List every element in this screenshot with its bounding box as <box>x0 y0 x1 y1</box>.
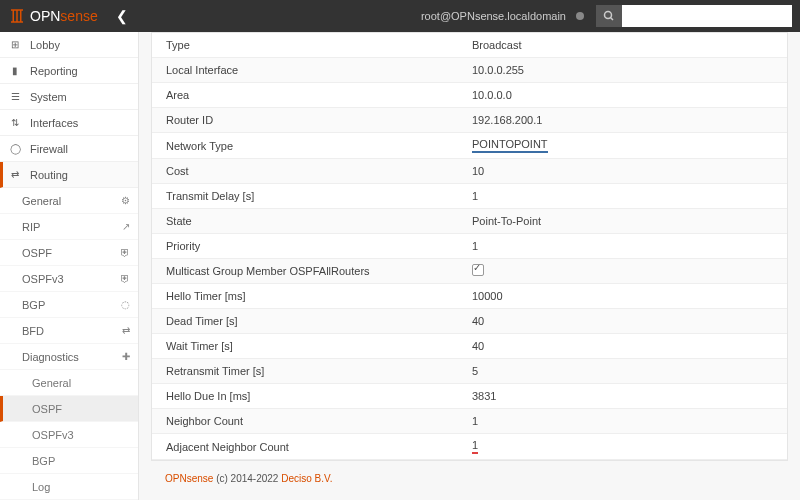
nav-sub-ospf[interactable]: OSPF⛨ <box>0 240 138 266</box>
row-value: 3831 <box>472 390 787 402</box>
table-row: Dead Timer [s]40 <box>152 309 787 334</box>
nav-sub-icon: ⛨ <box>120 247 130 258</box>
table-row: Router ID192.168.200.1 <box>152 108 787 133</box>
row-label: Network Type <box>152 140 472 152</box>
footer-company-link[interactable]: Deciso B.V. <box>281 473 332 484</box>
row-value: 1 <box>472 240 787 252</box>
row-label: State <box>152 215 472 227</box>
row-value: 192.168.200.1 <box>472 114 787 126</box>
nav-icon: ◯ <box>8 142 22 156</box>
row-label: Wait Timer [s] <box>152 340 472 352</box>
row-label: Transmit Delay [s] <box>152 190 472 202</box>
table-row: Priority1 <box>152 234 787 259</box>
svg-point-0 <box>605 12 612 19</box>
nav-diag-log[interactable]: Log <box>0 474 138 500</box>
sidebar: ⊞Lobby▮Reporting☰System⇅Interfaces◯Firew… <box>0 32 139 500</box>
collapse-icon[interactable]: ❮ <box>116 8 128 24</box>
nav-item-interfaces[interactable]: ⇅Interfaces <box>0 110 138 136</box>
row-value: 1 <box>472 439 787 454</box>
table-row: Transmit Delay [s]1 <box>152 184 787 209</box>
row-value: 10.0.0.0 <box>472 89 787 101</box>
row-label: Hello Due In [ms] <box>152 390 472 402</box>
table-row: Hello Timer [ms]10000 <box>152 284 787 309</box>
row-value: Broadcast <box>472 39 787 51</box>
table-row: Hello Due In [ms]3831 <box>152 384 787 409</box>
table-row: StatePoint-To-Point <box>152 209 787 234</box>
table-row: Adjacent Neighbor Count1 <box>152 434 787 460</box>
row-value: 10000 <box>472 290 787 302</box>
nav-sub-general[interactable]: General⚙ <box>0 188 138 214</box>
footer-brand-link[interactable]: OPNsense <box>165 473 213 484</box>
footer: OPNsense (c) 2014-2022 Deciso B.V. <box>151 461 788 496</box>
row-label: Dead Timer [s] <box>152 315 472 327</box>
nav-icon: ▮ <box>8 64 22 78</box>
table-row: Retransmit Timer [s]5 <box>152 359 787 384</box>
nav-sub-diagnostics[interactable]: Diagnostics✚ <box>0 344 138 370</box>
row-label: Hello Timer [ms] <box>152 290 472 302</box>
status-dot-icon <box>576 12 584 20</box>
row-value: 1 <box>472 190 787 202</box>
logo-icon <box>8 7 26 25</box>
nav-diag-ospf[interactable]: OSPF <box>0 396 138 422</box>
nav-item-firewall[interactable]: ◯Firewall <box>0 136 138 162</box>
table-row: Neighbor Count1 <box>152 409 787 434</box>
user-label[interactable]: root@OPNsense.localdomain <box>421 10 566 22</box>
table-row: Multicast Group Member OSPFAllRouters <box>152 259 787 284</box>
row-value: 5 <box>472 365 787 377</box>
nav-sub-bgp[interactable]: BGP◌ <box>0 292 138 318</box>
nav-sub-icon: ⇄ <box>122 325 130 336</box>
nav-sub-ospfv3[interactable]: OSPFv3⛨ <box>0 266 138 292</box>
nav-sub-rip[interactable]: RIP↗ <box>0 214 138 240</box>
table-row: Cost10 <box>152 159 787 184</box>
nav-item-reporting[interactable]: ▮Reporting <box>0 58 138 84</box>
nav-sub-icon: ⛨ <box>120 273 130 284</box>
row-label: Retransmit Timer [s] <box>152 365 472 377</box>
row-label: Neighbor Count <box>152 415 472 427</box>
search-button[interactable] <box>596 5 622 27</box>
nav-diag-ospfv3[interactable]: OSPFv3 <box>0 422 138 448</box>
content: TypeBroadcastLocal Interface10.0.0.255Ar… <box>139 32 800 500</box>
row-label: Area <box>152 89 472 101</box>
nav-icon: ⇄ <box>8 168 22 182</box>
table-row: TypeBroadcast <box>152 33 787 58</box>
row-label: Router ID <box>152 114 472 126</box>
nav-sub-icon: ⚙ <box>121 195 130 206</box>
row-label: Local Interface <box>152 64 472 76</box>
row-label: Priority <box>152 240 472 252</box>
row-value <box>472 264 787 278</box>
nav-sub-bfd[interactable]: BFD⇄ <box>0 318 138 344</box>
logo[interactable]: OPNsense <box>8 6 98 26</box>
row-value: 40 <box>472 340 787 352</box>
top-bar: OPNsense ❮ root@OPNsense.localdomain <box>0 0 800 32</box>
search-icon <box>603 10 615 22</box>
row-label: Cost <box>152 165 472 177</box>
row-label: Adjacent Neighbor Count <box>152 441 472 453</box>
row-value: POINTOPOINT <box>472 138 787 153</box>
nav-sub-icon: ↗ <box>122 221 130 232</box>
nav-diag-general[interactable]: General <box>0 370 138 396</box>
row-value: Point-To-Point <box>472 215 787 227</box>
row-value: 10 <box>472 165 787 177</box>
nav-item-system[interactable]: ☰System <box>0 84 138 110</box>
nav-sub-icon: ✚ <box>122 351 130 362</box>
details-table: TypeBroadcastLocal Interface10.0.0.255Ar… <box>151 32 788 461</box>
nav-diag-bgp[interactable]: BGP <box>0 448 138 474</box>
nav-icon: ⊞ <box>8 38 22 52</box>
search-input[interactable] <box>622 5 792 27</box>
nav-item-routing[interactable]: ⇄Routing <box>0 162 138 188</box>
nav-icon: ⇅ <box>8 116 22 130</box>
checkbox-icon <box>472 264 484 276</box>
row-value: 10.0.0.255 <box>472 64 787 76</box>
row-label: Type <box>152 39 472 51</box>
nav-item-lobby[interactable]: ⊞Lobby <box>0 32 138 58</box>
nav-icon: ☰ <box>8 90 22 104</box>
svg-line-1 <box>611 18 614 21</box>
nav-sub-icon: ◌ <box>121 299 130 310</box>
row-value: 40 <box>472 315 787 327</box>
row-value: 1 <box>472 415 787 427</box>
table-row: Local Interface10.0.0.255 <box>152 58 787 83</box>
table-row: Wait Timer [s]40 <box>152 334 787 359</box>
table-row: Area10.0.0.0 <box>152 83 787 108</box>
brand-b: sense <box>60 8 97 24</box>
table-row: Network TypePOINTOPOINT <box>152 133 787 159</box>
